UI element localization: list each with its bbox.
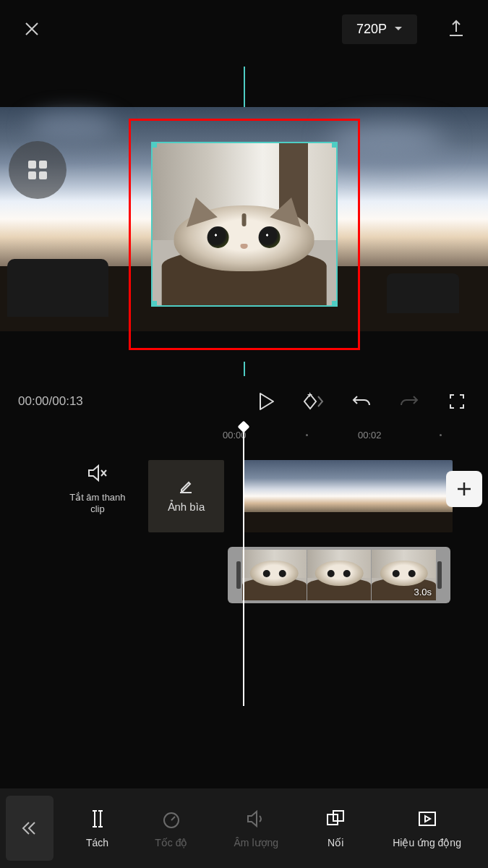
play-icon — [257, 392, 275, 411]
keyframe-icon: + — [302, 392, 325, 411]
overlay-thumbnail — [242, 550, 307, 600]
overlay-thumbnail — [307, 550, 372, 600]
preview-canvas[interactable] — [0, 72, 488, 376]
overlay-track-clip[interactable]: 3.0s — [228, 547, 450, 603]
overlay-thumbnails: 3.0s — [242, 550, 436, 600]
resolution-dropdown[interactable]: 720P — [342, 14, 417, 44]
video-thumbnail — [313, 460, 383, 532]
mute-label: Tắt âm thanh clip — [61, 492, 134, 514]
time-display: 00:00/00:13 — [18, 394, 83, 409]
undo-button[interactable] — [348, 388, 374, 414]
clip-trim-handle-left[interactable] — [236, 561, 241, 589]
playback-controls: 00:00/00:13 + — [0, 376, 488, 427]
overlay-duration-label: 3.0s — [414, 587, 432, 597]
back-button[interactable] — [6, 796, 53, 861]
close-icon — [23, 20, 40, 38]
overlay-clip-selection[interactable] — [151, 142, 338, 307]
toolbar-animation[interactable]: Hiệu ứng động — [393, 808, 461, 849]
ruler-dot — [440, 434, 442, 436]
cover-image-button[interactable]: Ảnh bìa — [148, 460, 224, 532]
toolbar-splice[interactable]: Nối — [325, 808, 346, 849]
undo-icon — [351, 393, 372, 409]
main-video-track[interactable] — [243, 460, 453, 532]
alignment-guide-vertical-bottom — [244, 362, 245, 376]
ruler-mark-1: 00:02 — [358, 430, 382, 441]
bottom-toolbar: Tách Tốc độ Âm lượng — [0, 788, 488, 868]
svg-rect-0 — [28, 161, 36, 169]
top-bar: 720P — [0, 0, 488, 58]
fullscreen-icon — [448, 393, 466, 410]
chevron-double-left-icon — [20, 820, 39, 837]
resize-handle-top-right[interactable] — [332, 142, 338, 148]
toolbar-speed-label: Tốc độ — [155, 837, 187, 849]
toolbar-animation-label: Hiệu ứng động — [393, 837, 461, 849]
export-icon — [446, 19, 466, 39]
export-button[interactable] — [446, 19, 466, 39]
cover-label: Ảnh bìa — [168, 501, 205, 514]
svg-rect-1 — [39, 161, 47, 169]
svg-rect-3 — [39, 171, 47, 179]
play-button[interactable] — [253, 388, 279, 414]
timeline-left-controls: Tắt âm thanh clip Ảnh bìa — [0, 460, 224, 532]
svg-text:+: + — [307, 392, 312, 400]
playhead[interactable] — [243, 427, 244, 706]
toolbar-split-label: Tách — [86, 837, 108, 849]
chevron-down-icon — [394, 26, 403, 32]
top-right-group: 720P — [342, 14, 466, 44]
speaker-mute-icon — [87, 464, 108, 482]
speed-icon — [161, 809, 181, 829]
add-clip-button[interactable] — [446, 471, 482, 507]
resolution-label: 720P — [356, 22, 387, 37]
current-time: 00:00 — [18, 394, 49, 408]
redo-button[interactable] — [396, 388, 422, 414]
video-thumbnail — [243, 460, 313, 532]
keyframe-button[interactable]: + — [301, 388, 327, 414]
overlay-image-content — [153, 143, 336, 305]
mute-control[interactable]: Tắt âm thanh clip — [61, 460, 134, 532]
total-time: 00:13 — [52, 394, 83, 408]
svg-rect-2 — [28, 171, 36, 179]
toolbar-speed[interactable]: Tốc độ — [155, 808, 187, 849]
close-button[interactable] — [22, 19, 42, 39]
toolbar-split[interactable]: Tách — [86, 808, 108, 849]
toolbar-items: Tách Tốc độ Âm lượng — [59, 808, 488, 849]
toolbar-volume[interactable]: Âm lượng — [234, 808, 279, 849]
grid-icon — [25, 158, 50, 182]
svg-rect-8 — [419, 812, 435, 825]
timeline-area[interactable]: Tắt âm thanh clip Ảnh bìa — [0, 446, 488, 720]
layout-grid-button[interactable] — [9, 141, 67, 199]
split-icon — [88, 809, 107, 829]
fullscreen-button[interactable] — [444, 388, 470, 414]
redo-icon — [399, 393, 419, 409]
volume-icon — [246, 809, 266, 828]
toolbar-splice-label: Nối — [328, 837, 343, 849]
resize-handle-bottom-left[interactable] — [151, 301, 157, 307]
plus-icon — [455, 480, 474, 498]
toolbar-volume-label: Âm lượng — [234, 837, 279, 849]
animation-icon — [417, 809, 437, 828]
ruler-dot — [306, 434, 308, 436]
edit-icon — [178, 479, 194, 495]
clip-trim-handle-right[interactable] — [437, 561, 442, 589]
splice-icon — [325, 809, 346, 829]
video-thumbnail — [382, 460, 453, 532]
